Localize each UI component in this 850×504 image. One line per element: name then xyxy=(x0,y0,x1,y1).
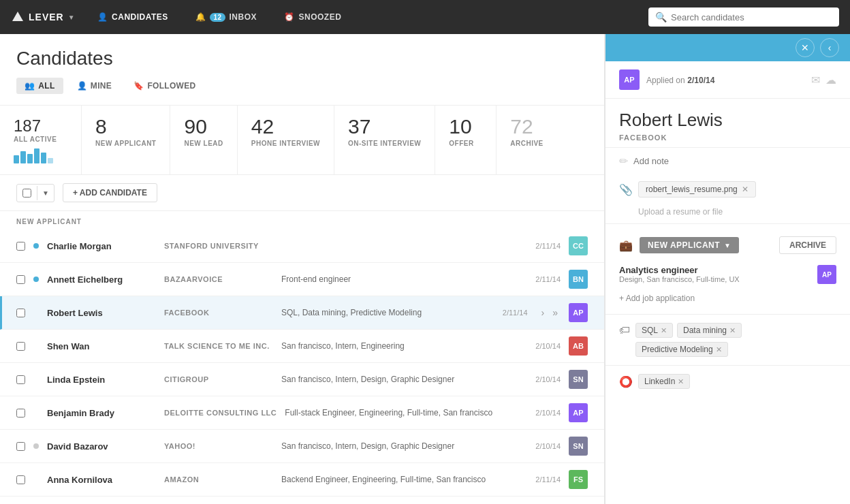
tag-label: Predictive Modeling xyxy=(642,345,713,354)
stat-on-site[interactable]: 37 ON-SITE INTERVIEW xyxy=(334,106,435,174)
row-prev-icon[interactable]: › xyxy=(539,306,548,319)
stat-new-applicant-number: 8 xyxy=(95,116,156,137)
remove-social-button[interactable]: ✕ xyxy=(678,377,684,386)
candidate-row[interactable]: Benjamin Brady DELOITTE CONSULTING LLC F… xyxy=(0,396,604,430)
page-title: Candidates xyxy=(16,48,588,69)
remove-tag-button[interactable]: ✕ xyxy=(716,345,722,354)
candidate-full-name: Robert Lewis xyxy=(619,110,836,131)
note-icon: ✏ xyxy=(619,155,628,168)
stat-all-active[interactable]: 187 ALL ACTIVE xyxy=(0,106,82,174)
stat-onsite-label: ON-SITE INTERVIEW xyxy=(348,140,421,147)
tag-icon: 🏷 xyxy=(619,324,630,336)
candidate-date: 2/11/14 xyxy=(494,309,528,317)
tag-chip: Predictive Modeling✕ xyxy=(635,342,728,357)
candidate-avatar: CC xyxy=(569,236,588,255)
chart-bar xyxy=(41,153,46,163)
app-logo[interactable]: LEVER ▼ xyxy=(11,10,76,24)
candidate-row[interactable]: Anna Kornilova AMAZON Backend Engineer, … xyxy=(0,463,604,497)
stat-offer[interactable]: 10 OFFER xyxy=(435,106,497,174)
tag-chip: Data mining✕ xyxy=(677,323,742,338)
social-icon: ⭕ xyxy=(619,375,633,388)
candidate-dot xyxy=(33,343,39,349)
stage-badge[interactable]: NEW APPLICANT ▼ xyxy=(640,237,739,253)
candidate-date: 2/10/14 xyxy=(526,342,561,350)
stat-new-lead[interactable]: 90 NEW LEAD xyxy=(170,106,237,174)
social-list: LinkedIn✕ xyxy=(638,374,690,389)
candidate-checkbox[interactable] xyxy=(16,275,25,284)
email-icon[interactable]: ✉ xyxy=(811,74,820,86)
candidate-dot xyxy=(33,443,39,449)
candidate-avatar: BN xyxy=(569,270,588,289)
select-all-group[interactable]: ▼ xyxy=(16,184,54,202)
candidate-date: 2/11/14 xyxy=(526,475,561,484)
inbox-icon: 🔔 xyxy=(195,12,206,22)
candidate-checkbox[interactable] xyxy=(16,309,25,317)
upload-label[interactable]: Upload a resume or file xyxy=(605,204,850,223)
candidate-row[interactable]: Charlie Morgan STANFORD UNIVERSITY 2/11/… xyxy=(0,230,604,263)
add-job-application-link[interactable]: + Add job application xyxy=(605,289,850,307)
candidates-toolbar: ▼ + ADD CANDIDATE xyxy=(0,175,604,211)
applied-label: Applied on xyxy=(646,76,685,85)
applied-avatar: AP xyxy=(619,69,640,90)
filter-all-label: ALL xyxy=(38,81,54,91)
row-next-icon[interactable]: » xyxy=(550,306,561,319)
briefcase-icon: 💼 xyxy=(619,239,633,252)
search-bar[interactable]: 🔍 xyxy=(648,7,839,27)
resume-chip[interactable]: robert_lewis_resume.png ✕ xyxy=(638,181,756,198)
stat-all-label: ALL ACTIVE xyxy=(14,136,67,143)
candidate-row[interactable]: David Bazarov YAHOO! San francisco, Inte… xyxy=(0,430,604,463)
candidate-checkbox[interactable] xyxy=(16,475,25,484)
nav-candidates[interactable]: 👤 CANDIDATES xyxy=(92,10,174,25)
stat-offer-number: 10 xyxy=(449,116,482,137)
search-input[interactable] xyxy=(671,12,832,22)
add-candidate-button[interactable]: + ADD CANDIDATE xyxy=(63,183,157,202)
candidate-row[interactable]: Robert Lewis FACEBOOK SQL, Data mining, … xyxy=(0,296,604,330)
candidate-checkbox[interactable] xyxy=(16,409,25,418)
select-all-checkbox[interactable] xyxy=(22,189,31,198)
candidate-row[interactable]: Annett Eichelberg BAZAARVOICE Front-end … xyxy=(0,263,604,296)
select-dropdown-arrow[interactable]: ▼ xyxy=(37,186,54,200)
chart-bar xyxy=(14,155,19,163)
resume-section: 📎 robert_lewis_resume.png ✕ xyxy=(605,174,850,204)
filter-tabs: 👥 ALL 👤 MINE 🔖 FOLLOWED xyxy=(16,78,588,94)
filter-tab-followed[interactable]: 🔖 FOLLOWED xyxy=(125,78,204,94)
stat-new-applicant[interactable]: 8 NEW APPLICANT xyxy=(82,106,170,174)
archive-button[interactable]: ARCHIVE xyxy=(779,236,836,254)
candidates-list-panel: Candidates 👥 ALL 👤 MINE 🔖 FOLLOWED 187 xyxy=(0,34,605,504)
candidate-name: Anna Kornilova xyxy=(47,475,156,485)
search-icon: 🔍 xyxy=(655,12,667,22)
note-input[interactable] xyxy=(633,156,836,166)
stat-phone-interview[interactable]: 42 PHONE INTERVIEW xyxy=(238,106,334,174)
remove-tag-button[interactable]: ✕ xyxy=(661,326,667,335)
nav-inbox[interactable]: 🔔 12 INBOX xyxy=(190,10,262,25)
chart-bar xyxy=(34,148,40,163)
candidate-checkbox[interactable] xyxy=(16,342,25,351)
filter-tab-mine[interactable]: 👤 MINE xyxy=(69,78,121,94)
top-navigation: LEVER ▼ 👤 CANDIDATES 🔔 12 INBOX ⏰ SNOOZE… xyxy=(0,0,850,34)
candidate-checkbox[interactable] xyxy=(16,375,25,384)
nav-snoozed[interactable]: ⏰ SNOOZED xyxy=(279,10,347,25)
candidate-row[interactable]: Shen Wan TALK SCIENCE TO ME INC. San fra… xyxy=(0,330,604,363)
chart-bar xyxy=(48,158,53,163)
remove-tag-button[interactable]: ✕ xyxy=(729,326,736,335)
prev-candidate-button[interactable]: ‹ xyxy=(820,38,839,57)
candidate-checkbox[interactable] xyxy=(16,442,25,451)
stat-new-lead-label: NEW LEAD xyxy=(184,140,223,147)
stat-archive[interactable]: 72 ARCHIVE xyxy=(497,106,558,174)
candidate-name: Robert Lewis xyxy=(47,308,156,318)
candidate-checkbox[interactable] xyxy=(16,242,25,251)
candidate-row[interactable]: Linda Epstein CITIGROUP San francisco, I… xyxy=(0,363,604,396)
snoozed-candidates-link[interactable]: 10 snoozed candidates xyxy=(0,497,604,504)
candidate-name: Linda Epstein xyxy=(47,375,156,385)
stat-all-number: 187 xyxy=(14,116,67,136)
candidate-name: Benjamin Brady xyxy=(47,408,156,418)
close-panel-button[interactable]: ✕ xyxy=(796,38,815,57)
archive-icon[interactable]: ☁ xyxy=(825,74,836,86)
note-section: ✏ xyxy=(605,147,850,174)
stat-new-lead-number: 90 xyxy=(184,116,223,137)
filter-tab-all[interactable]: 👥 ALL xyxy=(16,78,63,94)
social-label: LinkedIn xyxy=(644,377,675,386)
candidates-icon: 👤 xyxy=(97,12,108,22)
candidate-avatar: SN xyxy=(569,437,588,456)
remove-resume-button[interactable]: ✕ xyxy=(742,185,749,194)
